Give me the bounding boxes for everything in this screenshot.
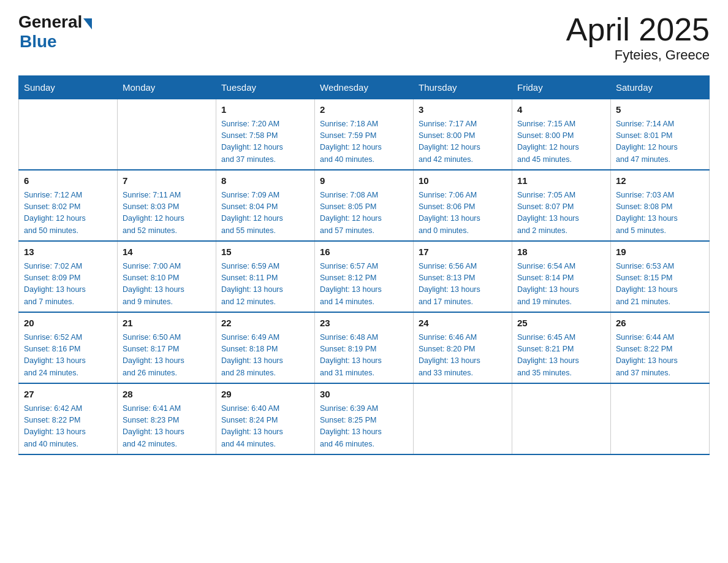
calendar-cell: 15Sunrise: 6:59 AMSunset: 8:11 PMDayligh…	[216, 241, 315, 312]
day-info: Sunrise: 6:46 AMSunset: 8:20 PMDaylight:…	[419, 332, 507, 380]
day-info: Sunrise: 6:39 AMSunset: 8:25 PMDaylight:…	[320, 403, 408, 451]
calendar-cell: 20Sunrise: 6:52 AMSunset: 8:16 PMDayligh…	[19, 312, 118, 383]
calendar-cell: 2Sunrise: 7:18 AMSunset: 7:59 PMDaylight…	[315, 99, 414, 170]
day-number: 27	[24, 388, 112, 402]
day-info: Sunrise: 7:06 AMSunset: 8:06 PMDaylight:…	[419, 190, 507, 237]
calendar-cell: 28Sunrise: 6:41 AMSunset: 8:23 PMDayligh…	[118, 383, 216, 454]
day-number: 19	[616, 245, 704, 259]
calendar-cell: 8Sunrise: 7:09 AMSunset: 8:04 PMDaylight…	[216, 170, 315, 241]
day-number: 23	[320, 316, 408, 331]
day-info: Sunrise: 6:53 AMSunset: 8:15 PMDaylight:…	[616, 261, 704, 308]
calendar-cell: 10Sunrise: 7:06 AMSunset: 8:06 PMDayligh…	[414, 170, 512, 241]
calendar-subtitle: Fyteies, Greece	[566, 47, 710, 63]
day-info: Sunrise: 6:40 AMSunset: 8:24 PMDaylight:…	[221, 403, 309, 451]
day-number: 26	[616, 316, 704, 331]
calendar-cell: 7Sunrise: 7:11 AMSunset: 8:03 PMDaylight…	[118, 170, 216, 241]
calendar-cell: 21Sunrise: 6:50 AMSunset: 8:17 PMDayligh…	[118, 312, 216, 383]
day-number: 29	[221, 388, 309, 402]
day-number: 24	[419, 316, 507, 331]
day-number: 17	[419, 245, 507, 259]
calendar-cell: 3Sunrise: 7:17 AMSunset: 8:00 PMDaylight…	[414, 99, 512, 170]
day-number: 16	[320, 245, 408, 259]
day-number: 15	[221, 245, 309, 259]
day-info: Sunrise: 6:49 AMSunset: 8:18 PMDaylight:…	[221, 332, 309, 380]
calendar-week-3: 13Sunrise: 7:02 AMSunset: 8:09 PMDayligh…	[19, 241, 710, 312]
header-cell-monday: Monday	[118, 76, 216, 99]
day-number: 5	[616, 103, 704, 117]
day-info: Sunrise: 7:20 AMSunset: 7:58 PMDaylight:…	[221, 118, 309, 166]
calendar-body: 1Sunrise: 7:20 AMSunset: 7:58 PMDaylight…	[19, 99, 710, 455]
calendar-week-1: 1Sunrise: 7:20 AMSunset: 7:58 PMDaylight…	[19, 99, 710, 170]
day-info: Sunrise: 7:15 AMSunset: 8:00 PMDaylight:…	[517, 118, 605, 166]
calendar-cell: 1Sunrise: 7:20 AMSunset: 7:58 PMDaylight…	[216, 99, 315, 170]
calendar-cell	[118, 99, 216, 170]
calendar-cell: 12Sunrise: 7:03 AMSunset: 8:08 PMDayligh…	[611, 170, 710, 241]
day-number: 13	[24, 245, 112, 259]
calendar-cell: 22Sunrise: 6:49 AMSunset: 8:18 PMDayligh…	[216, 312, 315, 383]
calendar-cell: 6Sunrise: 7:12 AMSunset: 8:02 PMDaylight…	[19, 170, 118, 241]
calendar-cell: 30Sunrise: 6:39 AMSunset: 8:25 PMDayligh…	[315, 383, 414, 454]
calendar-cell: 24Sunrise: 6:46 AMSunset: 8:20 PMDayligh…	[414, 312, 512, 383]
day-number: 8	[221, 174, 309, 188]
logo-arrow-icon	[83, 18, 92, 29]
day-info: Sunrise: 6:48 AMSunset: 8:19 PMDaylight:…	[320, 332, 408, 380]
day-info: Sunrise: 7:12 AMSunset: 8:02 PMDaylight:…	[24, 190, 112, 237]
day-number: 12	[616, 174, 704, 188]
calendar-header: SundayMondayTuesdayWednesdayThursdayFrid…	[19, 76, 710, 99]
page-header: General Blue April 2025 Fyteies, Greece	[18, 12, 710, 63]
header-row: SundayMondayTuesdayWednesdayThursdayFrid…	[19, 76, 710, 99]
logo-general: General	[18, 12, 82, 32]
day-info: Sunrise: 7:00 AMSunset: 8:10 PMDaylight:…	[123, 261, 211, 308]
day-info: Sunrise: 7:17 AMSunset: 8:00 PMDaylight:…	[419, 118, 507, 166]
calendar-cell: 14Sunrise: 7:00 AMSunset: 8:10 PMDayligh…	[118, 241, 216, 312]
header-cell-sunday: Sunday	[19, 76, 118, 99]
header-cell-tuesday: Tuesday	[216, 76, 315, 99]
day-info: Sunrise: 6:56 AMSunset: 8:13 PMDaylight:…	[419, 261, 507, 308]
day-info: Sunrise: 7:03 AMSunset: 8:08 PMDaylight:…	[616, 190, 704, 237]
day-number: 10	[419, 174, 507, 188]
day-number: 30	[320, 388, 408, 402]
calendar-week-4: 20Sunrise: 6:52 AMSunset: 8:16 PMDayligh…	[19, 312, 710, 383]
day-number: 21	[123, 316, 211, 331]
day-info: Sunrise: 7:18 AMSunset: 7:59 PMDaylight:…	[320, 118, 408, 166]
calendar-cell: 25Sunrise: 6:45 AMSunset: 8:21 PMDayligh…	[512, 312, 611, 383]
calendar-title: April 2025	[566, 12, 710, 47]
calendar-cell: 18Sunrise: 6:54 AMSunset: 8:14 PMDayligh…	[512, 241, 611, 312]
calendar-cell: 11Sunrise: 7:05 AMSunset: 8:07 PMDayligh…	[512, 170, 611, 241]
day-number: 11	[517, 174, 605, 188]
calendar-cell	[611, 383, 710, 454]
header-cell-friday: Friday	[512, 76, 611, 99]
header-cell-wednesday: Wednesday	[315, 76, 414, 99]
calendar-table: SundayMondayTuesdayWednesdayThursdayFrid…	[18, 75, 710, 455]
logo-blue: Blue	[20, 32, 92, 52]
calendar-cell: 13Sunrise: 7:02 AMSunset: 8:09 PMDayligh…	[19, 241, 118, 312]
day-number: 1	[221, 103, 309, 117]
day-info: Sunrise: 6:54 AMSunset: 8:14 PMDaylight:…	[517, 261, 605, 308]
calendar-cell: 23Sunrise: 6:48 AMSunset: 8:19 PMDayligh…	[315, 312, 414, 383]
calendar-cell: 27Sunrise: 6:42 AMSunset: 8:22 PMDayligh…	[19, 383, 118, 454]
day-info: Sunrise: 6:42 AMSunset: 8:22 PMDaylight:…	[24, 403, 112, 451]
day-number: 25	[517, 316, 605, 331]
day-info: Sunrise: 7:02 AMSunset: 8:09 PMDaylight:…	[24, 261, 112, 308]
calendar-cell	[19, 99, 118, 170]
calendar-cell: 29Sunrise: 6:40 AMSunset: 8:24 PMDayligh…	[216, 383, 315, 454]
day-info: Sunrise: 6:44 AMSunset: 8:22 PMDaylight:…	[616, 332, 704, 380]
day-number: 4	[517, 103, 605, 117]
calendar-cell	[512, 383, 611, 454]
calendar-week-2: 6Sunrise: 7:12 AMSunset: 8:02 PMDaylight…	[19, 170, 710, 241]
day-info: Sunrise: 7:11 AMSunset: 8:03 PMDaylight:…	[123, 190, 211, 237]
header-cell-saturday: Saturday	[611, 76, 710, 99]
day-number: 7	[123, 174, 211, 188]
calendar-cell: 19Sunrise: 6:53 AMSunset: 8:15 PMDayligh…	[611, 241, 710, 312]
calendar-cell: 17Sunrise: 6:56 AMSunset: 8:13 PMDayligh…	[414, 241, 512, 312]
day-number: 9	[320, 174, 408, 188]
day-info: Sunrise: 6:59 AMSunset: 8:11 PMDaylight:…	[221, 261, 309, 308]
day-info: Sunrise: 6:41 AMSunset: 8:23 PMDaylight:…	[123, 403, 211, 451]
logo: General Blue	[18, 12, 92, 52]
day-info: Sunrise: 7:05 AMSunset: 8:07 PMDaylight:…	[517, 190, 605, 237]
day-number: 22	[221, 316, 309, 331]
day-number: 3	[419, 103, 507, 117]
calendar-cell: 9Sunrise: 7:08 AMSunset: 8:05 PMDaylight…	[315, 170, 414, 241]
day-info: Sunrise: 6:57 AMSunset: 8:12 PMDaylight:…	[320, 261, 408, 308]
day-info: Sunrise: 7:09 AMSunset: 8:04 PMDaylight:…	[221, 190, 309, 237]
